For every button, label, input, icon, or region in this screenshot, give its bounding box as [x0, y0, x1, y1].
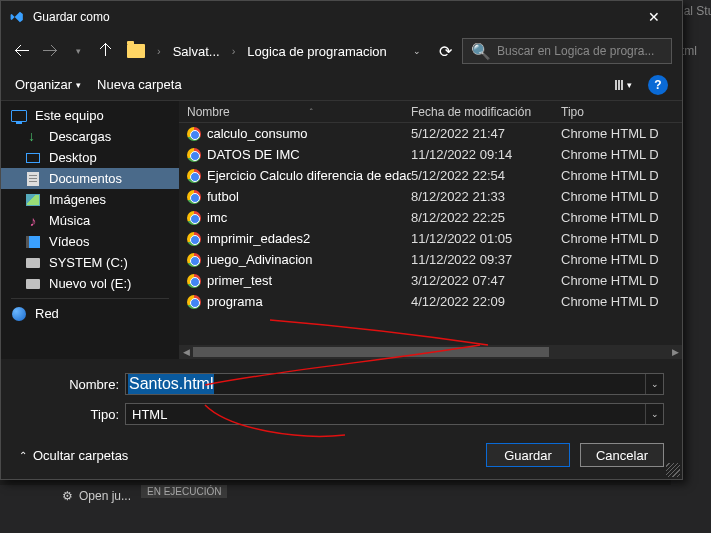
sidebar-videos[interactable]: Vídeos	[1, 231, 179, 252]
statusbar-open[interactable]: ⚙ Open ju...	[62, 485, 131, 503]
file-name: DATOS DE IMC	[207, 147, 300, 162]
hide-folders-label: Ocultar carpetas	[33, 448, 128, 463]
search-input[interactable]	[497, 44, 663, 58]
sidebar-desktop[interactable]: Desktop	[1, 147, 179, 168]
file-type: Chrome HTML D	[551, 168, 682, 183]
file-type: Chrome HTML D	[551, 189, 682, 204]
file-date: 8/12/2022 22:25	[411, 210, 551, 225]
filename-input[interactable]: Santos.html	[128, 374, 214, 394]
col-header-type[interactable]: Tipo	[551, 105, 682, 119]
sidebar-disk-c[interactable]: SYSTEM (C:)	[1, 252, 179, 273]
file-area: Nombre ˆ Fecha de modificación Tipo calc…	[179, 101, 682, 359]
scroll-right-button[interactable]: ▶	[668, 345, 682, 359]
disk-icon	[25, 256, 41, 270]
file-row[interactable]: imc8/12/2022 22:25Chrome HTML D	[179, 207, 682, 228]
file-row[interactable]: primer_test3/12/2022 07:47Chrome HTML D	[179, 270, 682, 291]
chrome-icon	[187, 127, 201, 141]
search-box[interactable]: 🔍	[462, 38, 672, 64]
file-date: 5/12/2022 22:54	[411, 168, 551, 183]
close-button[interactable]: ✕	[634, 1, 674, 33]
sidebar-item-label: Descargas	[49, 129, 111, 144]
statusbar-running-badge: EN EJECUCIÓN	[141, 485, 227, 498]
sidebar-network[interactable]: Red	[1, 303, 179, 324]
desktop-icon	[25, 151, 41, 165]
sidebar-item-label: Desktop	[49, 150, 97, 165]
refresh-button[interactable]: ⟳	[434, 40, 456, 62]
sidebar-item-label: Música	[49, 213, 90, 228]
col-header-date[interactable]: Fecha de modificación	[411, 105, 551, 119]
help-button[interactable]: ?	[648, 75, 668, 95]
file-row[interactable]: imprimir_edades211/12/2022 01:05Chrome H…	[179, 228, 682, 249]
up-button[interactable]: 🡡	[95, 40, 117, 62]
vscode-statusbar-fragment: ⚙ Open ju... EN EJECUCIÓN	[0, 485, 711, 533]
sidebar-music[interactable]: ♪ Música	[1, 210, 179, 231]
col-name-label: Nombre	[187, 105, 230, 119]
sidebar-downloads[interactable]: Descargas	[1, 126, 179, 147]
sidebar-images[interactable]: Imágenes	[1, 189, 179, 210]
scroll-thumb[interactable]	[193, 347, 549, 357]
file-name: primer_test	[207, 273, 272, 288]
chrome-icon	[187, 232, 201, 246]
new-folder-label: Nueva carpeta	[97, 77, 182, 92]
music-icon: ♪	[25, 214, 41, 228]
search-icon: 🔍	[471, 42, 491, 61]
network-icon	[11, 307, 27, 321]
file-row[interactable]: Ejercicio Calculo diferencia de edades5/…	[179, 165, 682, 186]
chrome-icon	[187, 190, 201, 204]
chevron-down-icon: ▾	[627, 80, 632, 90]
file-list[interactable]: calculo_consumo5/12/2022 21:47Chrome HTM…	[179, 123, 682, 345]
chrome-icon	[187, 169, 201, 183]
file-row[interactable]: juego_Adivinacion11/12/2022 09:37Chrome …	[179, 249, 682, 270]
back-button[interactable]: 🡠	[11, 40, 33, 62]
filetype-dropdown[interactable]: ⌄	[645, 404, 663, 424]
gear-icon: ⚙	[62, 489, 73, 503]
sidebar-disk-e[interactable]: Nuevo vol (E:)	[1, 273, 179, 294]
new-folder-button[interactable]: Nueva carpeta	[97, 77, 182, 92]
breadcrumb-2[interactable]: Logica de programacion	[243, 44, 390, 59]
breadcrumb-dropdown[interactable]: ⌄	[406, 40, 428, 62]
chevron-down-icon: ▾	[76, 80, 81, 90]
file-name: Ejercicio Calculo diferencia de edades	[207, 168, 411, 183]
dialog-footer: Nombre: Santos.html ⌄ Tipo: HTML ⌄ ⌃ Ocu…	[1, 359, 682, 479]
file-row[interactable]: calculo_consumo5/12/2022 21:47Chrome HTM…	[179, 123, 682, 144]
resize-grip[interactable]	[666, 463, 680, 477]
filename-input-wrapper[interactable]: Santos.html ⌄	[125, 373, 664, 395]
footer-row: ⌃ Ocultar carpetas Guardar Cancelar	[19, 433, 664, 467]
vscode-icon	[9, 9, 25, 25]
filetype-label: Tipo:	[19, 407, 119, 422]
chrome-icon	[187, 295, 201, 309]
forward-button[interactable]: 🡢	[39, 40, 61, 62]
sidebar-this-pc[interactable]: Este equipo	[1, 105, 179, 126]
breadcrumb-1[interactable]: Salvat...	[169, 44, 224, 59]
cancel-button[interactable]: Cancelar	[580, 443, 664, 467]
recent-dropdown[interactable]: ▾	[67, 40, 89, 62]
pc-icon	[11, 109, 27, 123]
toolbar: Organizar ▾ Nueva carpeta ▾ ?	[1, 69, 682, 101]
col-header-name[interactable]: Nombre ˆ	[179, 105, 411, 119]
scroll-left-button[interactable]: ◀	[179, 345, 193, 359]
sidebar-item-label: Imágenes	[49, 192, 106, 207]
file-name: calculo_consumo	[207, 126, 307, 141]
filename-dropdown[interactable]: ⌄	[645, 374, 663, 394]
filetype-select[interactable]: HTML ⌄	[125, 403, 664, 425]
view-menu[interactable]: ▾	[615, 80, 632, 90]
hide-folders-button[interactable]: ⌃ Ocultar carpetas	[19, 448, 128, 463]
sort-arrow-icon: ˆ	[310, 107, 313, 117]
file-date: 4/12/2022 22:09	[411, 294, 551, 309]
file-row[interactable]: programa4/12/2022 22:09Chrome HTML D	[179, 291, 682, 312]
nav-toolbar: 🡠 🡢 ▾ 🡡 › Salvat... › Logica de programa…	[1, 33, 682, 69]
sidebar-documents[interactable]: Documentos	[1, 168, 179, 189]
file-row[interactable]: DATOS DE IMC11/12/2022 09:14Chrome HTML …	[179, 144, 682, 165]
horizontal-scrollbar[interactable]: ◀ ▶	[179, 345, 682, 359]
chrome-icon	[187, 253, 201, 267]
scroll-track[interactable]	[193, 345, 668, 359]
dialog-body: Este equipo Descargas Desktop Documentos…	[1, 101, 682, 359]
organize-menu[interactable]: Organizar ▾	[15, 77, 81, 92]
file-name: juego_Adivinacion	[207, 252, 313, 267]
image-icon	[25, 193, 41, 207]
document-icon	[25, 172, 41, 186]
disk-icon	[25, 277, 41, 291]
sidebar-item-label: Vídeos	[49, 234, 89, 249]
file-row[interactable]: futbol8/12/2022 21:33Chrome HTML D	[179, 186, 682, 207]
save-button[interactable]: Guardar	[486, 443, 570, 467]
